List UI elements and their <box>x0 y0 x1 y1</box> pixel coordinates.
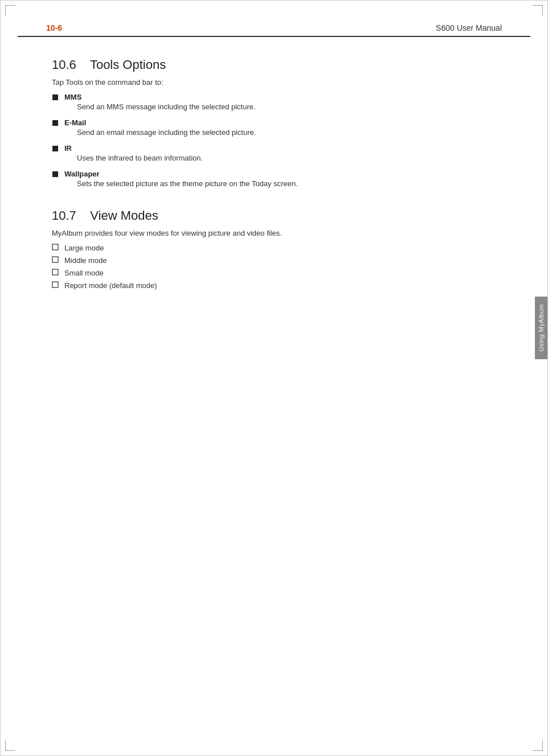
bullet-content: E-Mail Send an email message including t… <box>64 118 496 141</box>
svg-rect-7 <box>52 282 58 287</box>
bullet-content: Wallpaper Sets the selected picture as t… <box>64 169 496 192</box>
bullet-description: Uses the infrared to beam information. <box>64 154 496 162</box>
bullet-description: Send an MMS message including the select… <box>64 102 496 111</box>
manual-title: S600 User Manual <box>436 23 502 32</box>
section-10-7-list: Large mode Middle mode Small mode <box>52 243 496 290</box>
svg-rect-5 <box>52 257 58 262</box>
svg-rect-1 <box>52 120 58 126</box>
corner-bl <box>5 741 15 751</box>
section-10-6-number: 10.6 <box>52 57 76 72</box>
bullet-square-icon <box>52 268 64 277</box>
bullet-square-icon <box>52 256 64 265</box>
list-item: Middle mode <box>52 256 496 265</box>
svg-rect-3 <box>52 171 58 177</box>
svg-rect-6 <box>52 269 58 275</box>
corner-tl <box>5 5 15 15</box>
bullet-text: Report mode (default mode) <box>64 281 157 290</box>
section-10-7-number: 10.7 <box>52 208 76 223</box>
section-10-6-intro: Tap Tools on the command bar to: <box>52 78 496 87</box>
side-tab: Using MyAlbum <box>535 297 547 359</box>
section-10-7-title: View Modes <box>90 208 158 223</box>
bullet-title: Wallpaper <box>64 170 100 178</box>
bullet-title: E-Mail <box>64 118 86 127</box>
section-10-6-heading: 10.6 Tools Options <box>52 57 496 72</box>
corner-br <box>533 741 543 751</box>
list-item: Small mode <box>52 268 496 277</box>
bullet-square-icon <box>52 93 64 102</box>
corner-tr <box>533 5 543 15</box>
bullet-square-icon <box>52 119 64 128</box>
list-item: Large mode <box>52 243 496 252</box>
page-number: 10-6 <box>46 23 62 32</box>
bullet-square-icon <box>52 170 64 179</box>
bullet-title: IR <box>64 144 72 153</box>
section-10-6-title: Tools Options <box>90 57 166 72</box>
section-10-6-list: MMS Send an MMS message including the se… <box>52 92 496 192</box>
bullet-content: IR Uses the infrared to beam information… <box>64 143 496 167</box>
svg-rect-2 <box>52 146 58 151</box>
side-tab-label: Using MyAlbum <box>538 304 545 352</box>
bullet-text: Large mode <box>64 244 104 252</box>
section-10-7-heading: 10.7 View Modes <box>52 208 496 223</box>
bullet-description: Sets the selected picture as the theme p… <box>64 179 496 188</box>
page-header: 10-6 S600 User Manual <box>18 18 530 37</box>
bullet-square-icon <box>52 243 64 252</box>
bullet-square-icon <box>52 145 64 154</box>
list-item: IR Uses the infrared to beam information… <box>52 143 496 167</box>
bullet-text: Middle mode <box>64 256 107 265</box>
bullet-content: MMS Send an MMS message including the se… <box>64 92 496 116</box>
section-10-7-intro: MyAlbum provides four view modes for vie… <box>52 229 496 237</box>
list-item: Wallpaper Sets the selected picture as t… <box>52 169 496 192</box>
list-item: MMS Send an MMS message including the se… <box>52 92 496 116</box>
bullet-square-icon <box>52 281 64 290</box>
bullet-title: MMS <box>64 93 81 101</box>
list-item: E-Mail Send an email message including t… <box>52 118 496 141</box>
main-content: 10.6 Tools Options Tap Tools on the comm… <box>18 37 530 313</box>
bullet-text: Small mode <box>64 269 104 277</box>
page-container: 10-6 S600 User Manual Using MyAlbum 10.6… <box>0 0 548 756</box>
bullet-description: Send an email message including the sele… <box>64 128 496 137</box>
svg-rect-0 <box>52 94 58 100</box>
svg-rect-4 <box>52 244 58 250</box>
list-item: Report mode (default mode) <box>52 281 496 290</box>
